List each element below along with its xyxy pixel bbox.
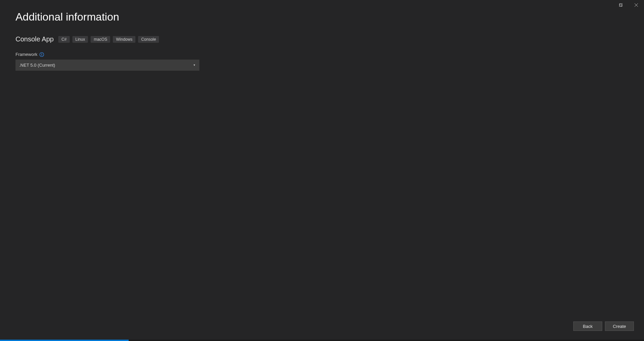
maximize-button[interactable] bbox=[613, 0, 629, 10]
maximize-icon bbox=[619, 3, 622, 7]
framework-dropdown[interactable]: .NET 5.0 (Current) ▼ bbox=[15, 60, 199, 71]
tag-macos: macOS bbox=[91, 36, 110, 43]
close-button[interactable] bbox=[629, 0, 644, 10]
chevron-down-icon: ▼ bbox=[193, 64, 196, 67]
create-button[interactable]: Create bbox=[605, 321, 634, 331]
taskbar bbox=[0, 340, 644, 341]
page-title: Additional information bbox=[15, 11, 629, 23]
tag-csharp: C# bbox=[58, 36, 69, 43]
tag-linux: Linux bbox=[72, 36, 88, 43]
framework-label: Framework bbox=[15, 52, 37, 57]
tag-windows: Windows bbox=[113, 36, 135, 43]
tag-console: Console bbox=[138, 36, 159, 43]
info-icon[interactable] bbox=[39, 52, 44, 57]
svg-rect-1 bbox=[620, 3, 622, 6]
close-icon bbox=[635, 3, 638, 7]
tag-list: C# Linux macOS Windows Console bbox=[58, 36, 159, 43]
project-type-subtitle: Console App bbox=[15, 35, 54, 43]
framework-selected-value: .NET 5.0 (Current) bbox=[19, 63, 55, 68]
back-button[interactable]: Back bbox=[573, 321, 602, 331]
svg-rect-0 bbox=[619, 4, 622, 7]
svg-point-6 bbox=[41, 53, 42, 54]
